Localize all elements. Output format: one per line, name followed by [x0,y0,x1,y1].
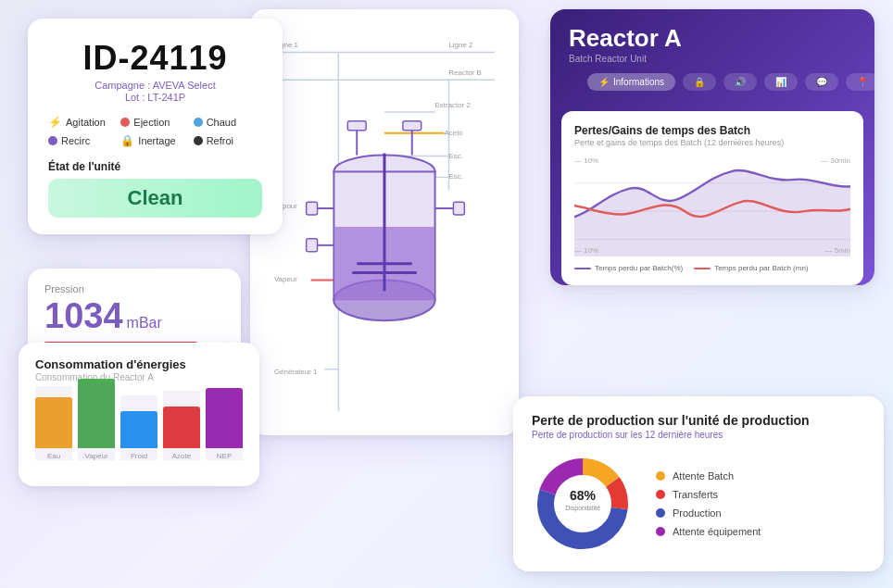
tab-chart[interactable]: 📊 [764,73,798,91]
y-axis-bottom-left: — 10% [574,246,598,255]
tag-recirc: Recirc [48,134,117,147]
svg-rect-35 [307,239,318,252]
prod-legend: Attente Batch Transferts Production Atte… [656,470,761,537]
y-axis-top-left: — 10% [574,156,598,165]
svg-text:Générateur 1: Générateur 1 [274,368,318,376]
reactor-card: Reactor A Batch Reactor Unit ⚡ Informati… [550,9,874,285]
svg-text:Reactor B: Reactor B [448,69,481,77]
legend-attente-batch: Attente Batch [656,470,761,482]
prod-subtitle: Perte de production sur les 12 dernière … [532,430,865,440]
piping-card: Ligne 1 Ligne 2 Reactor B Extractor 2 Ac… [250,9,519,435]
donut-chart: 68% Disponibilité [532,453,634,555]
svg-rect-37 [453,202,464,215]
tab-informations[interactable]: ⚡ Informations [587,73,675,91]
chart-title: Pertes/Gains de temps des Batch [574,124,850,137]
reactor-chart-area: Pertes/Gains de temps des Batch Perte et… [561,111,863,285]
piping-diagram: Ligne 1 Ligne 2 Reactor B Extractor 2 Ac… [265,24,504,420]
legend-line-purple [574,268,591,269]
chart-legend: Temps perdu par Batch(%) Temps perdu par… [574,264,850,272]
chart-icon: 📊 [775,77,786,87]
svg-text:Ligne 2: Ligne 2 [448,41,472,49]
legend-item-pct: Temps perdu par Batch(%) [574,264,683,272]
location-icon: 📍 [857,77,868,87]
production-card: Perte de production sur l'unité de produ… [513,396,884,571]
svg-text:Aceto: Aceto [445,129,464,137]
legend-line-red [694,268,711,269]
svg-text:Esc.: Esc. [448,152,462,160]
clean-badge: Clean [48,179,262,218]
tab-lock[interactable]: 🔒 [683,73,716,91]
dot-transferts [656,490,665,499]
y-axis-bottom-right: — 5min [824,246,850,255]
line-chart-svg [574,155,850,256]
id-tags: ⚡ Agitation Ejection Chaud Recirc 🔒 Iner… [48,116,262,147]
energy-subtitle: Consommation du Reactor A [35,372,243,382]
tab-location[interactable]: 📍 [846,73,874,91]
id-lot: Lot : LT-241P [48,92,262,103]
prod-title: Perte de production sur l'unité de produ… [532,413,865,428]
y-axis-top-right: — 30min [821,156,850,165]
etat-label: État de l'unité [48,160,262,173]
pressure-value: 1034 mBar [44,296,224,336]
svg-text:Extractor 2: Extractor 2 [435,101,471,109]
sound-icon: 🔊 [735,77,746,87]
dot-production [656,508,665,518]
reactor-tabs: ⚡ Informations 🔒 🔊 📊 💬 📍 [569,73,856,91]
id-card: ID-24119 Campagne : AVEVA Select Lot : L… [28,19,283,234]
svg-rect-30 [347,121,366,131]
tag-ejection: Ejection [120,116,189,129]
legend-attente-equipement: Attente équipement [656,526,761,537]
svg-rect-33 [307,202,318,215]
tab-message[interactable]: 💬 [805,73,838,91]
dashboard: ID-24119 Campagne : AVEVA Select Lot : L… [0,0,893,588]
tag-chaud: Chaud [194,116,262,129]
energy-card: Consommation d'énergies Consommation du … [19,343,259,486]
svg-text:68%: 68% [570,488,597,503]
lock-icon: 🔒 [694,77,705,87]
legend-item-mn: Temps perdu par Batch (mn) [694,264,808,272]
line-chart: — 10% — 30min — 10% — 5min [574,155,850,256]
svg-text:Disponibilité: Disponibilité [565,505,600,512]
reactor-header: Reactor A Batch Reactor Unit ⚡ Informati… [550,9,874,100]
tag-inertage: 🔒 Inertage [120,134,189,147]
svg-text:Vapeur: Vapeur [274,275,297,283]
chart-subtitle: Perte et gains de temps des Batch (12 de… [574,138,850,147]
tag-agitation: ⚡ Agitation [48,116,117,129]
message-icon: 💬 [816,77,827,87]
energy-title: Consommation d'énergies [35,357,243,371]
info-icon: ⚡ [598,77,610,87]
legend-production: Production [656,507,761,519]
tab-sound[interactable]: 🔊 [723,73,757,91]
pressure-label: Pression [44,283,224,294]
bar-chart: Eau Vapeur Froid Azote NEP [35,392,243,475]
dot-attente-equipement [656,527,665,536]
svg-point-45 [555,476,610,532]
prod-content: 68% Disponibilité Attente Batch Transfer… [532,453,865,555]
svg-text:Esc.: Esc. [448,172,462,181]
tag-refroi: Refroi [194,134,262,147]
pressure-unit: mBar [127,315,162,332]
dot-attente-batch [656,471,665,481]
reactor-subtitle: Batch Reactor Unit [569,54,856,64]
id-number: ID-24119 [48,39,262,78]
donut-container: 68% Disponibilité [532,453,634,555]
svg-rect-31 [403,121,421,131]
reactor-title: Reactor A [569,24,856,53]
id-campaign: Campagne : AVEVA Select [48,80,262,91]
legend-transferts: Transferts [656,489,761,500]
